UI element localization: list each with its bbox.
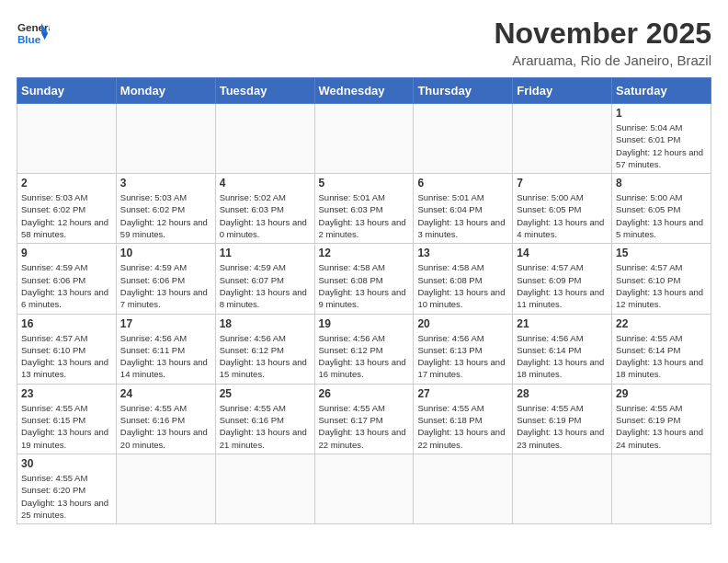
calendar-table: SundayMondayTuesdayWednesdayThursdayFrid… — [17, 77, 711, 524]
calendar-cell-0-0 — [17, 104, 117, 174]
calendar-week-0: 1Sunrise: 5:04 AM Sunset: 6:01 PM Daylig… — [17, 104, 711, 174]
calendar-cell-1-5: 7Sunrise: 5:00 AM Sunset: 6:05 PM Daylig… — [513, 174, 612, 244]
month-title: November 2025 — [494, 17, 711, 51]
calendar-cell-1-6: 8Sunrise: 5:00 AM Sunset: 6:05 PM Daylig… — [612, 174, 711, 244]
calendar-cell-3-5: 21Sunrise: 4:56 AM Sunset: 6:14 PM Dayli… — [513, 314, 612, 384]
day-info: Sunrise: 5:04 AM Sunset: 6:01 PM Dayligh… — [616, 121, 707, 170]
day-number: 4 — [220, 177, 311, 190]
weekday-header-thursday: Thursday — [414, 78, 513, 104]
day-number: 29 — [616, 387, 707, 400]
day-info: Sunrise: 4:55 AM Sunset: 6:18 PM Dayligh… — [417, 402, 508, 451]
day-number: 18 — [220, 317, 311, 330]
day-number: 5 — [319, 177, 410, 190]
calendar-cell-5-4 — [414, 454, 513, 523]
svg-text:Blue: Blue — [17, 33, 41, 45]
day-info: Sunrise: 4:55 AM Sunset: 6:19 PM Dayligh… — [517, 402, 608, 451]
day-info: Sunrise: 4:55 AM Sunset: 6:16 PM Dayligh… — [220, 402, 311, 451]
day-info: Sunrise: 5:01 AM Sunset: 6:04 PM Dayligh… — [417, 191, 508, 240]
day-info: Sunrise: 4:56 AM Sunset: 6:12 PM Dayligh… — [319, 332, 410, 381]
calendar-cell-2-4: 13Sunrise: 4:58 AM Sunset: 6:08 PM Dayli… — [414, 244, 513, 314]
calendar-cell-0-4 — [414, 104, 513, 174]
svg-marker-3 — [41, 33, 48, 40]
location-title: Araruama, Rio de Janeiro, Brazil — [494, 52, 711, 68]
page-header: General Blue November 2025 Araruama, Rio… — [17, 17, 711, 68]
calendar-cell-1-4: 6Sunrise: 5:01 AM Sunset: 6:04 PM Daylig… — [414, 174, 513, 244]
day-number: 21 — [517, 317, 608, 330]
day-info: Sunrise: 5:00 AM Sunset: 6:05 PM Dayligh… — [616, 191, 707, 240]
calendar-cell-5-2 — [215, 454, 314, 523]
day-number: 30 — [21, 457, 112, 470]
day-number: 20 — [417, 317, 508, 330]
day-number: 14 — [517, 247, 608, 259]
calendar-cell-4-3: 26Sunrise: 4:55 AM Sunset: 6:17 PM Dayli… — [314, 384, 414, 454]
day-number: 27 — [417, 387, 508, 400]
calendar-cell-3-6: 22Sunrise: 4:55 AM Sunset: 6:14 PM Dayli… — [612, 314, 711, 384]
day-info: Sunrise: 4:57 AM Sunset: 6:10 PM Dayligh… — [21, 332, 112, 381]
day-info: Sunrise: 4:59 AM Sunset: 6:06 PM Dayligh… — [21, 261, 112, 310]
weekday-header-friday: Friday — [513, 78, 612, 104]
calendar-cell-4-2: 25Sunrise: 4:55 AM Sunset: 6:16 PM Dayli… — [215, 384, 314, 454]
calendar-cell-3-1: 17Sunrise: 4:56 AM Sunset: 6:11 PM Dayli… — [116, 314, 215, 384]
calendar-cell-3-0: 16Sunrise: 4:57 AM Sunset: 6:10 PM Dayli… — [17, 314, 117, 384]
day-number: 25 — [220, 387, 311, 400]
calendar-cell-1-1: 3Sunrise: 5:03 AM Sunset: 6:02 PM Daylig… — [116, 174, 215, 244]
calendar-cell-5-5 — [513, 454, 612, 523]
day-info: Sunrise: 4:55 AM Sunset: 6:16 PM Dayligh… — [120, 402, 211, 451]
calendar-cell-0-3 — [314, 104, 414, 174]
weekday-header-tuesday: Tuesday — [215, 78, 314, 104]
calendar-cell-2-2: 11Sunrise: 4:59 AM Sunset: 6:07 PM Dayli… — [215, 244, 314, 314]
calendar-week-1: 2Sunrise: 5:03 AM Sunset: 6:02 PM Daylig… — [17, 174, 711, 244]
calendar-cell-4-1: 24Sunrise: 4:55 AM Sunset: 6:16 PM Dayli… — [116, 384, 215, 454]
day-number: 16 — [21, 317, 112, 330]
day-info: Sunrise: 4:55 AM Sunset: 6:15 PM Dayligh… — [21, 402, 112, 451]
day-number: 3 — [120, 177, 211, 190]
weekday-header-row: SundayMondayTuesdayWednesdayThursdayFrid… — [17, 78, 711, 104]
day-number: 9 — [21, 247, 112, 259]
day-number: 1 — [616, 107, 707, 120]
day-info: Sunrise: 4:56 AM Sunset: 6:13 PM Dayligh… — [417, 332, 508, 381]
day-number: 17 — [120, 317, 211, 330]
calendar-cell-3-4: 20Sunrise: 4:56 AM Sunset: 6:13 PM Dayli… — [414, 314, 513, 384]
day-info: Sunrise: 4:57 AM Sunset: 6:10 PM Dayligh… — [616, 261, 707, 310]
calendar-cell-4-6: 29Sunrise: 4:55 AM Sunset: 6:19 PM Dayli… — [612, 384, 711, 454]
day-number: 15 — [616, 247, 707, 259]
day-info: Sunrise: 4:56 AM Sunset: 6:12 PM Dayligh… — [220, 332, 311, 381]
calendar-cell-1-0: 2Sunrise: 5:03 AM Sunset: 6:02 PM Daylig… — [17, 174, 117, 244]
calendar-week-3: 16Sunrise: 4:57 AM Sunset: 6:10 PM Dayli… — [17, 314, 711, 384]
calendar-cell-3-2: 18Sunrise: 4:56 AM Sunset: 6:12 PM Dayli… — [215, 314, 314, 384]
calendar-cell-0-6: 1Sunrise: 5:04 AM Sunset: 6:01 PM Daylig… — [612, 104, 711, 174]
calendar-cell-0-5 — [513, 104, 612, 174]
calendar-cell-4-0: 23Sunrise: 4:55 AM Sunset: 6:15 PM Dayli… — [17, 384, 117, 454]
day-info: Sunrise: 5:01 AM Sunset: 6:03 PM Dayligh… — [319, 191, 410, 240]
calendar-cell-3-3: 19Sunrise: 4:56 AM Sunset: 6:12 PM Dayli… — [314, 314, 414, 384]
title-area: November 2025 Araruama, Rio de Janeiro, … — [494, 17, 711, 68]
day-number: 7 — [517, 177, 608, 190]
calendar-cell-5-1 — [116, 454, 215, 523]
weekday-header-monday: Monday — [116, 78, 215, 104]
weekday-header-wednesday: Wednesday — [314, 78, 414, 104]
calendar-cell-2-3: 12Sunrise: 4:58 AM Sunset: 6:08 PM Dayli… — [314, 244, 414, 314]
calendar-cell-1-2: 4Sunrise: 5:02 AM Sunset: 6:03 PM Daylig… — [215, 174, 314, 244]
day-number: 6 — [417, 177, 508, 190]
day-info: Sunrise: 4:56 AM Sunset: 6:11 PM Dayligh… — [120, 332, 211, 381]
day-number: 24 — [120, 387, 211, 400]
weekday-header-sunday: Sunday — [17, 78, 117, 104]
day-number: 26 — [319, 387, 410, 400]
day-info: Sunrise: 4:59 AM Sunset: 6:06 PM Dayligh… — [120, 261, 211, 310]
day-info: Sunrise: 5:00 AM Sunset: 6:05 PM Dayligh… — [517, 191, 608, 240]
logo: General Blue — [17, 17, 50, 50]
calendar-cell-0-1 — [116, 104, 215, 174]
calendar-cell-2-0: 9Sunrise: 4:59 AM Sunset: 6:06 PM Daylig… — [17, 244, 117, 314]
day-info: Sunrise: 4:58 AM Sunset: 6:08 PM Dayligh… — [319, 261, 410, 310]
logo-icon: General Blue — [17, 17, 50, 50]
calendar-cell-5-3 — [314, 454, 414, 523]
calendar-week-2: 9Sunrise: 4:59 AM Sunset: 6:06 PM Daylig… — [17, 244, 711, 314]
calendar-cell-2-1: 10Sunrise: 4:59 AM Sunset: 6:06 PM Dayli… — [116, 244, 215, 314]
day-info: Sunrise: 4:55 AM Sunset: 6:14 PM Dayligh… — [616, 332, 707, 381]
day-info: Sunrise: 5:02 AM Sunset: 6:03 PM Dayligh… — [220, 191, 311, 240]
day-number: 11 — [220, 247, 311, 259]
day-number: 8 — [616, 177, 707, 190]
calendar-cell-2-5: 14Sunrise: 4:57 AM Sunset: 6:09 PM Dayli… — [513, 244, 612, 314]
day-number: 22 — [616, 317, 707, 330]
day-number: 13 — [417, 247, 508, 259]
